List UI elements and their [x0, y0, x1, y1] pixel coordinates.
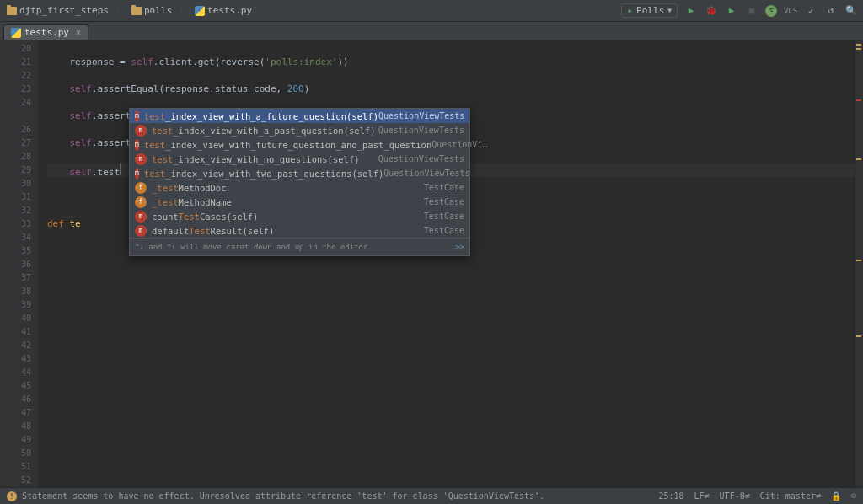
completion-label: _testMethodDoc — [152, 181, 227, 195]
breadcrumb-sep-icon: 〉 — [179, 4, 188, 17]
line-separator[interactable]: LF≠ — [694, 491, 710, 501]
line-number: 51 — [0, 460, 31, 474]
completion-label: test_index_view_with_a_future_question(s… — [144, 110, 378, 123]
completion-origin: QuestionViewTests — [378, 110, 464, 123]
line-number: 26 — [0, 123, 31, 137]
line-number: 31 — [0, 190, 31, 204]
line-number: 33 — [0, 217, 31, 231]
undo-button[interactable]: ↺ — [824, 4, 838, 18]
line-number: 36 — [0, 258, 31, 271]
line-number: 37 — [0, 271, 31, 285]
hector-icon[interactable]: ☺ — [851, 491, 856, 501]
cursor-position[interactable]: 25:18 — [658, 491, 683, 501]
vcs-commit-button[interactable]: ↙ — [804, 4, 817, 18]
breadcrumb-label: djtp_first_steps — [19, 5, 109, 16]
breadcrumb-app[interactable]: polls — [130, 5, 174, 16]
run-config-selector[interactable]: ▸ Polls ▼ — [621, 3, 678, 18]
completion-item[interactable]: f_testMethodDocTestCase — [130, 180, 469, 195]
breadcrumb-project[interactable]: djtp_first_steps — [5, 5, 110, 16]
status-message: Statement seems to have no effect. Unres… — [22, 491, 544, 501]
run-button[interactable]: ▶ — [684, 4, 698, 18]
completion-item[interactable]: mtest_index_view_with_a_past_question(se… — [130, 123, 469, 137]
completion-item[interactable]: mcountTestCases(self)TestCase — [130, 209, 469, 223]
search-everywhere-button[interactable]: 🔍 — [844, 4, 858, 18]
code-area[interactable]: response = self.client.get(reverse('poll… — [39, 40, 863, 487]
line-number: 52 — [0, 474, 31, 487]
completion-item[interactable]: mtest_index_view_with_a_future_question(… — [130, 109, 469, 123]
completion-footer: ^↓ and ^↑ will move caret down and up in… — [130, 238, 469, 255]
completion-label: test_index_view_with_two_past_questions(… — [144, 167, 383, 180]
git-branch-icon[interactable]: ⌥ — [765, 5, 777, 17]
status-bar: ! Statement seems to have no effect. Unr… — [0, 487, 863, 504]
completion-label: _testMethodName — [152, 196, 232, 209]
method-icon: m — [135, 139, 139, 151]
line-number: 28 — [0, 150, 31, 164]
close-icon[interactable]: × — [76, 28, 81, 37]
chevron-down-icon: ▼ — [667, 7, 672, 14]
script-icon: ▸ — [627, 5, 633, 16]
completion-more-link[interactable]: >> — [455, 240, 464, 254]
breadcrumb-label: tests.py — [207, 5, 252, 16]
line-number: 20 — [0, 42, 31, 56]
breadcrumb: djtp_first_steps 〉 polls 〉 tests.py — [5, 4, 254, 17]
git-branch[interactable]: Git: master≠ — [760, 491, 821, 501]
completion-origin: QuestionViewTests — [378, 124, 464, 137]
line-number: 38 — [0, 285, 31, 298]
completion-origin: TestCase — [424, 210, 464, 223]
line-number: 47 — [0, 406, 31, 420]
line-number: 44 — [0, 366, 31, 379]
line-number: 43 — [0, 352, 31, 366]
method-icon: m — [135, 168, 139, 180]
completion-origin: QuestionViewTests — [383, 167, 469, 180]
editor-tab-bar: tests.py × — [0, 22, 863, 40]
completion-label: test_index_view_with_a_past_question(sel… — [152, 124, 376, 137]
completion-origin: TestCase — [424, 181, 464, 195]
line-number: 42 — [0, 339, 31, 352]
tab-label: tests.py — [24, 27, 69, 38]
run-with-coverage-button[interactable]: ▶ — [725, 4, 738, 18]
line-number: 40 — [0, 312, 31, 325]
stop-button[interactable]: ■ — [745, 4, 758, 18]
completion-item[interactable]: f_testMethodNameTestCase — [130, 195, 469, 209]
completion-item[interactable]: mtest_index_view_with_future_question_an… — [130, 137, 469, 152]
completion-label: test_index_view_with_no_questions(self) — [152, 153, 360, 166]
line-number: 23 — [0, 83, 31, 96]
line-number: 29 — [0, 164, 31, 177]
line-number: 35 — [0, 244, 31, 258]
line-number-gutter: 2021222324252627282930313233343536373839… — [0, 40, 39, 487]
completion-popup[interactable]: mtest_index_view_with_a_future_question(… — [129, 108, 470, 256]
debug-button[interactable]: 🐞 — [705, 4, 718, 18]
line-number: 45 — [0, 379, 31, 393]
code-text: response = — [70, 56, 131, 67]
vcs-update-button[interactable]: VCS — [784, 4, 797, 18]
breadcrumb-file[interactable]: tests.py — [193, 5, 254, 16]
folder-icon — [131, 7, 142, 15]
method-icon: m — [135, 153, 147, 165]
line-number: 49 — [0, 433, 31, 447]
error-stripe[interactable] — [855, 40, 863, 487]
completion-item[interactable]: mdefaultTestResult(self)TestCase — [130, 223, 469, 238]
completion-item[interactable]: mtest_index_view_with_no_questions(self)… — [130, 152, 469, 166]
completion-label: test_index_view_with_future_question_and… — [144, 138, 432, 152]
python-file-icon — [195, 6, 205, 16]
completion-origin: QuestionViewTests — [378, 153, 464, 166]
method-icon: m — [135, 225, 147, 237]
line-number: 41 — [0, 325, 31, 339]
method-icon: m — [135, 211, 147, 223]
line-number: 50 — [0, 447, 31, 460]
line-number: 27 — [0, 137, 31, 150]
completion-label: defaultTestResult(self) — [152, 224, 274, 238]
lock-icon[interactable]: 🔒 — [831, 491, 841, 501]
field-icon: f — [135, 182, 147, 194]
completion-item[interactable]: mtest_index_view_with_two_past_questions… — [130, 166, 469, 180]
editor-tab[interactable]: tests.py × — [3, 24, 88, 40]
warning-icon: ! — [7, 491, 17, 501]
file-encoding[interactable]: UTF-8≠ — [720, 491, 750, 501]
line-number: 39 — [0, 298, 31, 312]
editor: 2021222324252627282930313233343536373839… — [0, 40, 863, 487]
breadcrumb-label: polls — [144, 5, 172, 16]
completion-origin: QuestionVi… — [432, 138, 487, 152]
run-config-name: Polls — [636, 5, 664, 16]
main-toolbar: djtp_first_steps 〉 polls 〉 tests.py ▸ Po… — [0, 0, 863, 22]
line-number: 46 — [0, 393, 31, 406]
